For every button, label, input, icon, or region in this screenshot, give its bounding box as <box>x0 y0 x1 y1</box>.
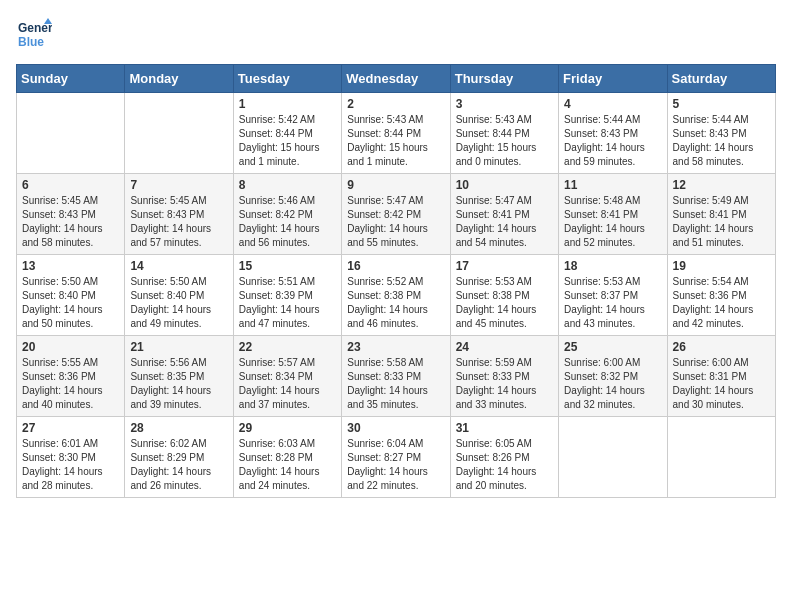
calendar-cell: 22 Sunrise: 5:57 AM Sunset: 8:34 PM Dayl… <box>233 336 341 417</box>
calendar-cell: 2 Sunrise: 5:43 AM Sunset: 8:44 PM Dayli… <box>342 93 450 174</box>
logo-icon: General Blue <box>16 16 52 52</box>
weekday-header: Sunday <box>17 65 125 93</box>
day-info: Sunrise: 5:46 AM Sunset: 8:42 PM Dayligh… <box>239 194 336 250</box>
calendar-week-row: 6 Sunrise: 5:45 AM Sunset: 8:43 PM Dayli… <box>17 174 776 255</box>
day-number: 29 <box>239 421 336 435</box>
day-info: Sunrise: 5:44 AM Sunset: 8:43 PM Dayligh… <box>564 113 661 169</box>
day-info: Sunrise: 5:49 AM Sunset: 8:41 PM Dayligh… <box>673 194 770 250</box>
calendar-cell <box>125 93 233 174</box>
calendar-cell: 21 Sunrise: 5:56 AM Sunset: 8:35 PM Dayl… <box>125 336 233 417</box>
day-info: Sunrise: 5:50 AM Sunset: 8:40 PM Dayligh… <box>130 275 227 331</box>
calendar-cell: 3 Sunrise: 5:43 AM Sunset: 8:44 PM Dayli… <box>450 93 558 174</box>
calendar-cell: 26 Sunrise: 6:00 AM Sunset: 8:31 PM Dayl… <box>667 336 775 417</box>
day-number: 11 <box>564 178 661 192</box>
day-info: Sunrise: 5:53 AM Sunset: 8:37 PM Dayligh… <box>564 275 661 331</box>
day-number: 18 <box>564 259 661 273</box>
calendar-cell: 25 Sunrise: 6:00 AM Sunset: 8:32 PM Dayl… <box>559 336 667 417</box>
day-number: 15 <box>239 259 336 273</box>
day-number: 9 <box>347 178 444 192</box>
day-info: Sunrise: 6:01 AM Sunset: 8:30 PM Dayligh… <box>22 437 119 493</box>
calendar-week-row: 20 Sunrise: 5:55 AM Sunset: 8:36 PM Dayl… <box>17 336 776 417</box>
day-info: Sunrise: 5:42 AM Sunset: 8:44 PM Dayligh… <box>239 113 336 169</box>
weekday-header: Tuesday <box>233 65 341 93</box>
calendar-cell: 28 Sunrise: 6:02 AM Sunset: 8:29 PM Dayl… <box>125 417 233 498</box>
calendar-cell: 15 Sunrise: 5:51 AM Sunset: 8:39 PM Dayl… <box>233 255 341 336</box>
day-number: 23 <box>347 340 444 354</box>
calendar-cell: 29 Sunrise: 6:03 AM Sunset: 8:28 PM Dayl… <box>233 417 341 498</box>
day-info: Sunrise: 5:52 AM Sunset: 8:38 PM Dayligh… <box>347 275 444 331</box>
day-info: Sunrise: 5:45 AM Sunset: 8:43 PM Dayligh… <box>130 194 227 250</box>
day-info: Sunrise: 5:48 AM Sunset: 8:41 PM Dayligh… <box>564 194 661 250</box>
calendar-cell: 5 Sunrise: 5:44 AM Sunset: 8:43 PM Dayli… <box>667 93 775 174</box>
calendar-cell: 1 Sunrise: 5:42 AM Sunset: 8:44 PM Dayli… <box>233 93 341 174</box>
calendar-cell: 6 Sunrise: 5:45 AM Sunset: 8:43 PM Dayli… <box>17 174 125 255</box>
calendar-cell: 8 Sunrise: 5:46 AM Sunset: 8:42 PM Dayli… <box>233 174 341 255</box>
weekday-header: Wednesday <box>342 65 450 93</box>
day-info: Sunrise: 5:53 AM Sunset: 8:38 PM Dayligh… <box>456 275 553 331</box>
day-number: 3 <box>456 97 553 111</box>
day-info: Sunrise: 6:00 AM Sunset: 8:32 PM Dayligh… <box>564 356 661 412</box>
day-info: Sunrise: 5:54 AM Sunset: 8:36 PM Dayligh… <box>673 275 770 331</box>
day-number: 1 <box>239 97 336 111</box>
day-info: Sunrise: 5:55 AM Sunset: 8:36 PM Dayligh… <box>22 356 119 412</box>
calendar-cell: 17 Sunrise: 5:53 AM Sunset: 8:38 PM Dayl… <box>450 255 558 336</box>
calendar-cell: 9 Sunrise: 5:47 AM Sunset: 8:42 PM Dayli… <box>342 174 450 255</box>
calendar-cell <box>17 93 125 174</box>
calendar-week-row: 27 Sunrise: 6:01 AM Sunset: 8:30 PM Dayl… <box>17 417 776 498</box>
day-info: Sunrise: 5:51 AM Sunset: 8:39 PM Dayligh… <box>239 275 336 331</box>
calendar-cell: 13 Sunrise: 5:50 AM Sunset: 8:40 PM Dayl… <box>17 255 125 336</box>
day-info: Sunrise: 5:44 AM Sunset: 8:43 PM Dayligh… <box>673 113 770 169</box>
weekday-header-row: SundayMondayTuesdayWednesdayThursdayFrid… <box>17 65 776 93</box>
day-number: 28 <box>130 421 227 435</box>
day-info: Sunrise: 6:02 AM Sunset: 8:29 PM Dayligh… <box>130 437 227 493</box>
calendar-week-row: 13 Sunrise: 5:50 AM Sunset: 8:40 PM Dayl… <box>17 255 776 336</box>
day-info: Sunrise: 5:43 AM Sunset: 8:44 PM Dayligh… <box>456 113 553 169</box>
calendar-cell: 27 Sunrise: 6:01 AM Sunset: 8:30 PM Dayl… <box>17 417 125 498</box>
calendar-cell: 12 Sunrise: 5:49 AM Sunset: 8:41 PM Dayl… <box>667 174 775 255</box>
calendar-cell: 16 Sunrise: 5:52 AM Sunset: 8:38 PM Dayl… <box>342 255 450 336</box>
calendar-cell <box>559 417 667 498</box>
day-number: 24 <box>456 340 553 354</box>
logo: General Blue <box>16 16 56 52</box>
calendar-cell: 23 Sunrise: 5:58 AM Sunset: 8:33 PM Dayl… <box>342 336 450 417</box>
day-number: 6 <box>22 178 119 192</box>
calendar-cell: 19 Sunrise: 5:54 AM Sunset: 8:36 PM Dayl… <box>667 255 775 336</box>
calendar-cell: 10 Sunrise: 5:47 AM Sunset: 8:41 PM Dayl… <box>450 174 558 255</box>
day-number: 30 <box>347 421 444 435</box>
day-info: Sunrise: 6:04 AM Sunset: 8:27 PM Dayligh… <box>347 437 444 493</box>
day-info: Sunrise: 5:43 AM Sunset: 8:44 PM Dayligh… <box>347 113 444 169</box>
day-number: 20 <box>22 340 119 354</box>
day-number: 21 <box>130 340 227 354</box>
day-info: Sunrise: 6:03 AM Sunset: 8:28 PM Dayligh… <box>239 437 336 493</box>
calendar-cell <box>667 417 775 498</box>
day-number: 22 <box>239 340 336 354</box>
day-number: 26 <box>673 340 770 354</box>
day-number: 5 <box>673 97 770 111</box>
day-number: 17 <box>456 259 553 273</box>
day-number: 7 <box>130 178 227 192</box>
calendar-cell: 18 Sunrise: 5:53 AM Sunset: 8:37 PM Dayl… <box>559 255 667 336</box>
calendar-cell: 14 Sunrise: 5:50 AM Sunset: 8:40 PM Dayl… <box>125 255 233 336</box>
svg-text:Blue: Blue <box>18 35 44 49</box>
calendar-cell: 11 Sunrise: 5:48 AM Sunset: 8:41 PM Dayl… <box>559 174 667 255</box>
day-number: 10 <box>456 178 553 192</box>
day-info: Sunrise: 5:45 AM Sunset: 8:43 PM Dayligh… <box>22 194 119 250</box>
day-info: Sunrise: 6:00 AM Sunset: 8:31 PM Dayligh… <box>673 356 770 412</box>
day-info: Sunrise: 5:47 AM Sunset: 8:41 PM Dayligh… <box>456 194 553 250</box>
day-number: 31 <box>456 421 553 435</box>
day-number: 13 <box>22 259 119 273</box>
weekday-header: Monday <box>125 65 233 93</box>
day-info: Sunrise: 5:58 AM Sunset: 8:33 PM Dayligh… <box>347 356 444 412</box>
day-info: Sunrise: 5:59 AM Sunset: 8:33 PM Dayligh… <box>456 356 553 412</box>
day-info: Sunrise: 5:50 AM Sunset: 8:40 PM Dayligh… <box>22 275 119 331</box>
calendar-cell: 4 Sunrise: 5:44 AM Sunset: 8:43 PM Dayli… <box>559 93 667 174</box>
day-number: 16 <box>347 259 444 273</box>
calendar-cell: 24 Sunrise: 5:59 AM Sunset: 8:33 PM Dayl… <box>450 336 558 417</box>
weekday-header: Thursday <box>450 65 558 93</box>
day-number: 27 <box>22 421 119 435</box>
day-number: 14 <box>130 259 227 273</box>
calendar: SundayMondayTuesdayWednesdayThursdayFrid… <box>16 64 776 498</box>
day-number: 4 <box>564 97 661 111</box>
day-number: 8 <box>239 178 336 192</box>
calendar-week-row: 1 Sunrise: 5:42 AM Sunset: 8:44 PM Dayli… <box>17 93 776 174</box>
